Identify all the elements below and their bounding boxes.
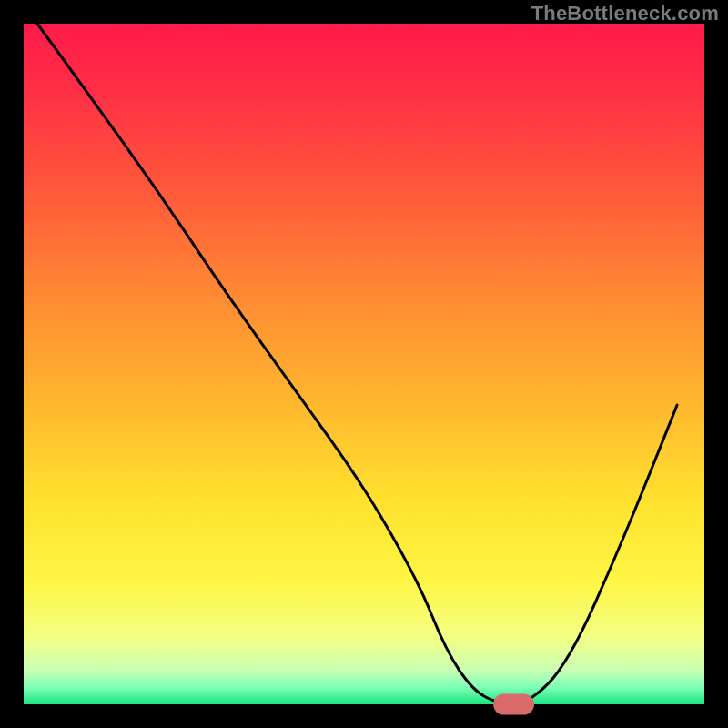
plot-background-gradient	[24, 24, 704, 704]
chart-canvas	[0, 0, 728, 728]
watermark-text: TheBottleneck.com	[531, 2, 719, 25]
frame-bottom	[0, 704, 728, 728]
bottleneck-chart: TheBottleneck.com	[0, 0, 728, 728]
frame-right	[704, 0, 728, 728]
frame-left	[0, 0, 24, 728]
optimal-marker	[493, 694, 534, 715]
